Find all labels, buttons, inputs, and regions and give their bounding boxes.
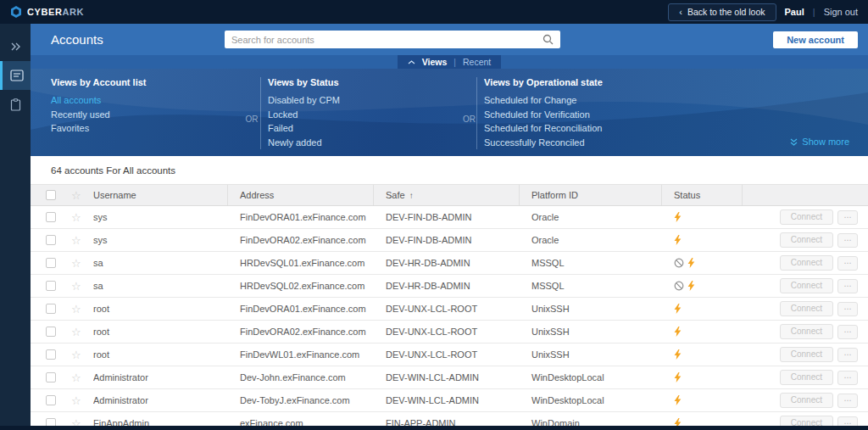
table-row[interactable]: ☆rootFinDevWL01.exFinance.comDEV-UNX-LCL… bbox=[31, 343, 868, 366]
row-actions: Connect⋯ bbox=[742, 393, 868, 408]
top-bar: CYBERARK ‹ Back to the old look Paul | S… bbox=[0, 0, 868, 24]
favorite-star-icon[interactable]: ☆ bbox=[71, 258, 93, 269]
table-row[interactable]: ☆sysFinDevORA02.exFinance.comDEV-FIN-DB-… bbox=[31, 229, 868, 252]
favorite-star-icon[interactable]: ☆ bbox=[71, 327, 93, 338]
connect-button[interactable]: Connect bbox=[780, 301, 833, 316]
sort-ascending-icon: ↑ bbox=[409, 191, 414, 200]
row-checkbox[interactable] bbox=[46, 372, 56, 383]
view-item[interactable]: All accounts bbox=[51, 93, 243, 108]
view-item[interactable]: Scheduled for Reconciliation bbox=[484, 121, 868, 136]
table-row[interactable]: ☆AdministratorDev-John.exFinance.comDEV-… bbox=[31, 366, 868, 389]
row-more-button[interactable]: ⋯ bbox=[837, 348, 858, 362]
column-header-safe[interactable]: Safe ↑ bbox=[373, 185, 519, 205]
connect-button[interactable]: Connect bbox=[780, 370, 833, 385]
view-item[interactable]: Recently used bbox=[51, 108, 243, 122]
row-more-button[interactable]: ⋯ bbox=[837, 371, 858, 385]
row-more-button[interactable]: ⋯ bbox=[837, 233, 858, 248]
collapse-caret-icon[interactable] bbox=[408, 60, 415, 64]
platform-cell: Oracle bbox=[519, 212, 661, 222]
view-item[interactable]: Disabled by CPM bbox=[268, 93, 462, 108]
table-header-row: ☆ Username Address Safe ↑ Platform ID St… bbox=[31, 184, 868, 206]
clipboard-icon bbox=[10, 98, 21, 111]
favorites-column-star-icon[interactable]: ☆ bbox=[71, 190, 93, 201]
safe-cell: DEV-FIN-DB-ADMIN bbox=[373, 235, 519, 245]
view-item[interactable]: Favorites bbox=[51, 121, 243, 136]
favorite-star-icon[interactable]: ☆ bbox=[71, 212, 93, 223]
back-button-label: Back to the old look bbox=[687, 7, 765, 17]
user-menu[interactable]: Paul bbox=[785, 7, 804, 17]
back-to-old-look-button[interactable]: ‹ Back to the old look bbox=[668, 3, 776, 21]
row-more-button[interactable]: ⋯ bbox=[837, 279, 858, 293]
platform-cell: UnixSSH bbox=[519, 327, 661, 337]
row-checkbox[interactable] bbox=[46, 235, 56, 245]
left-sidebar bbox=[0, 24, 31, 426]
column-header-address[interactable]: Address bbox=[227, 185, 373, 205]
table-row[interactable]: ☆rootFinDevORA01.exFinance.comDEV-UNX-LC… bbox=[31, 298, 868, 321]
connect-button[interactable]: Connect bbox=[780, 347, 833, 362]
connect-button[interactable]: Connect bbox=[780, 255, 833, 271]
row-checkbox[interactable] bbox=[46, 327, 56, 337]
search-input[interactable] bbox=[225, 35, 542, 45]
tab-recent[interactable]: Recent bbox=[463, 57, 491, 67]
address-cell: FinDevORA01.exFinance.com bbox=[227, 304, 373, 314]
tab-views[interactable]: Views bbox=[422, 57, 448, 67]
show-more-link[interactable]: Show more bbox=[790, 137, 849, 147]
row-more-button[interactable]: ⋯ bbox=[837, 210, 858, 225]
favorite-star-icon[interactable]: ☆ bbox=[71, 418, 93, 427]
row-more-button[interactable]: ⋯ bbox=[837, 256, 858, 271]
select-all-checkbox[interactable] bbox=[46, 190, 56, 200]
favorite-star-icon[interactable]: ☆ bbox=[71, 281, 93, 292]
table-row[interactable]: ☆saHRDevSQL02.exFinance.comDEV-HR-DB-ADM… bbox=[31, 275, 868, 298]
horizontal-scrollbar[interactable] bbox=[0, 426, 868, 430]
table-row[interactable]: ☆saHRDevSQL01.exFinance.comDEV-HR-DB-ADM… bbox=[31, 252, 868, 275]
row-checkbox[interactable] bbox=[46, 304, 56, 314]
row-more-button[interactable]: ⋯ bbox=[837, 394, 858, 408]
view-item[interactable]: Scheduled for Verification bbox=[484, 108, 868, 122]
row-checkbox[interactable] bbox=[46, 212, 56, 222]
connect-button[interactable]: Connect bbox=[780, 278, 833, 293]
address-cell: FinDevWL01.exFinance.com bbox=[227, 349, 373, 360]
favorite-star-icon[interactable]: ☆ bbox=[71, 395, 93, 406]
lightning-bolt-icon bbox=[674, 418, 682, 426]
favorite-star-icon[interactable]: ☆ bbox=[71, 372, 93, 383]
connect-button[interactable]: Connect bbox=[780, 416, 833, 426]
row-more-button[interactable]: ⋯ bbox=[837, 302, 858, 316]
row-actions: Connect⋯ bbox=[742, 209, 868, 225]
table-row[interactable]: ☆FinAppAdminexFinance.comFIN-APP-ADMINWi… bbox=[31, 412, 868, 426]
search-icon[interactable] bbox=[542, 34, 560, 45]
connect-button[interactable]: Connect bbox=[780, 232, 833, 248]
table-row[interactable]: ☆rootFinDevORA02.exFinance.comDEV-UNX-LC… bbox=[31, 321, 868, 343]
column-header-username[interactable]: Username bbox=[93, 185, 227, 205]
row-checkbox[interactable] bbox=[46, 395, 56, 405]
sidebar-expand-button[interactable] bbox=[0, 32, 31, 61]
sidebar-item-reports[interactable] bbox=[0, 90, 31, 119]
safe-cell: DEV-UNX-LCL-ROOT bbox=[373, 304, 519, 314]
row-checkbox[interactable] bbox=[46, 349, 56, 360]
new-account-button[interactable]: New account bbox=[773, 31, 858, 48]
view-item[interactable]: Newly added bbox=[268, 136, 462, 150]
view-item[interactable]: Scheduled for Change bbox=[484, 93, 868, 108]
column-header-status[interactable]: Status bbox=[661, 185, 742, 205]
view-item[interactable]: Locked bbox=[268, 108, 462, 122]
connect-button[interactable]: Connect bbox=[780, 209, 833, 225]
table-row[interactable]: ☆sysFinDevORA01.exFinance.comDEV-FIN-DB-… bbox=[31, 206, 868, 229]
row-actions: Connect⋯ bbox=[742, 416, 868, 426]
row-more-button[interactable]: ⋯ bbox=[837, 325, 858, 339]
row-checkbox[interactable] bbox=[46, 258, 56, 268]
platform-cell: MSSQL bbox=[519, 281, 661, 291]
favorite-star-icon[interactable]: ☆ bbox=[71, 235, 93, 246]
row-checkbox[interactable] bbox=[46, 418, 56, 426]
username-cell: root bbox=[93, 304, 227, 314]
favorite-star-icon[interactable]: ☆ bbox=[71, 304, 93, 315]
favorite-star-icon[interactable]: ☆ bbox=[71, 349, 93, 360]
connect-button[interactable]: Connect bbox=[780, 393, 833, 408]
column-header-platform-id[interactable]: Platform ID bbox=[519, 185, 661, 205]
row-checkbox[interactable] bbox=[46, 281, 56, 291]
row-more-button[interactable]: ⋯ bbox=[837, 416, 858, 427]
sidebar-item-accounts[interactable] bbox=[0, 61, 31, 90]
table-row[interactable]: ☆AdministratorDev-TobyJ.exFinance.comDEV… bbox=[31, 389, 868, 412]
sign-out-link[interactable]: Sign out bbox=[824, 7, 858, 17]
view-item[interactable]: Failed bbox=[268, 121, 462, 136]
connect-button[interactable]: Connect bbox=[780, 324, 833, 339]
disabled-icon bbox=[674, 281, 684, 291]
